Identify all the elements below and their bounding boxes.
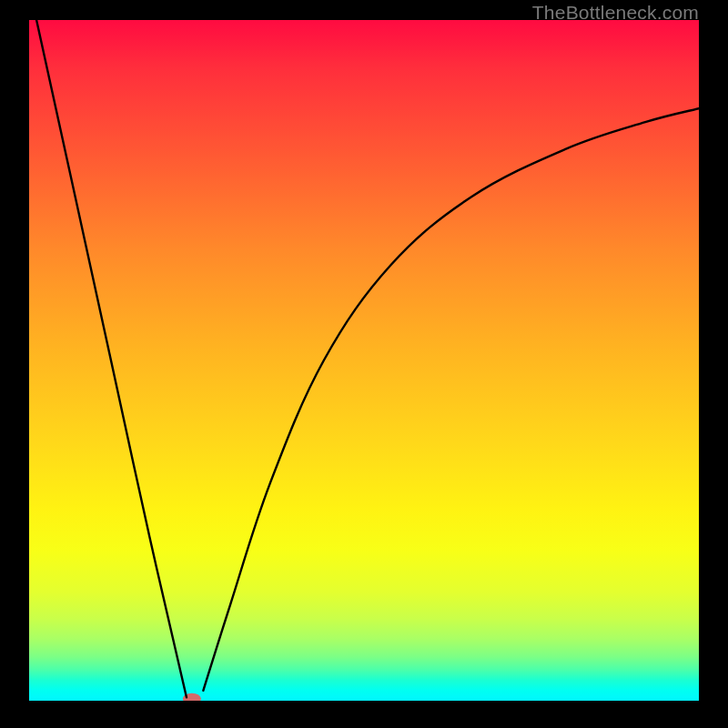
curve-layer (29, 20, 699, 701)
bottleneck-curve-right (203, 108, 699, 691)
plot-area (29, 20, 699, 701)
bottleneck-curve-left (36, 20, 187, 697)
chart-frame: TheBottleneck.com (0, 0, 728, 728)
